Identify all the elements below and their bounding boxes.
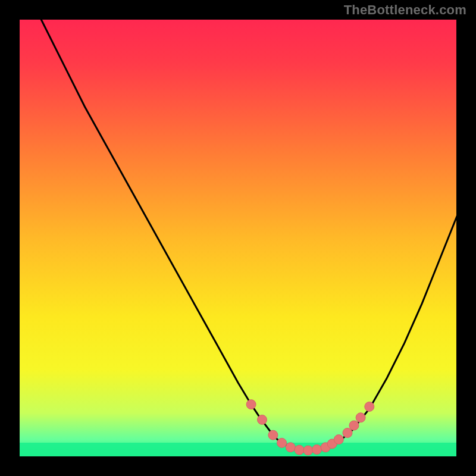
curve-marker — [312, 445, 322, 455]
curve-marker — [343, 428, 352, 438]
plot-area — [19, 19, 457, 457]
green-strip — [19, 443, 457, 457]
curve-marker — [277, 438, 287, 447]
curve-marker — [286, 443, 295, 452]
curve-marker — [295, 445, 304, 455]
curve-marker — [246, 400, 256, 409]
curve-marker — [365, 402, 374, 411]
curve-marker — [258, 415, 267, 424]
chart-stage: TheBottleneck.com — [0, 0, 476, 476]
curve-marker — [349, 421, 359, 430]
watermark-label: TheBottleneck.com — [344, 2, 466, 18]
curve-marker — [268, 430, 278, 440]
curve-marker — [356, 413, 365, 422]
curve-marker — [334, 435, 343, 444]
curve-marker — [303, 446, 313, 455]
bottleneck-chart — [0, 0, 476, 476]
